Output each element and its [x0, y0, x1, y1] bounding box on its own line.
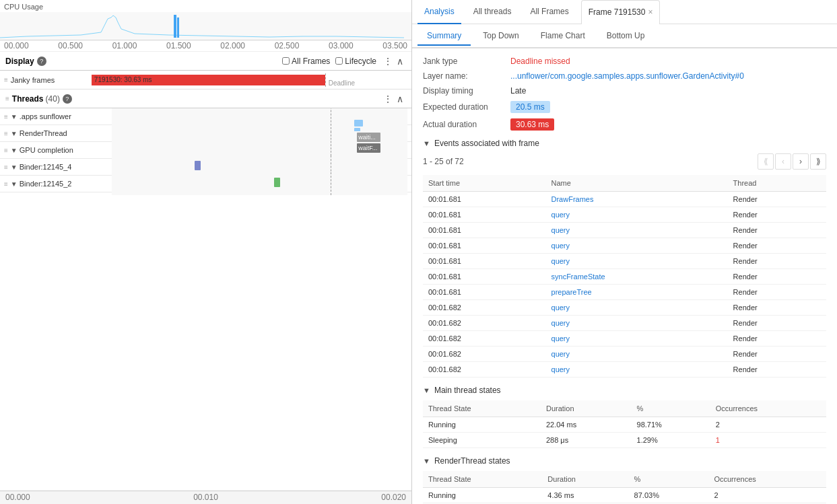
table-row[interactable]: 00:01.681syncFrameStateRender: [423, 269, 826, 285]
lifecycle-checkbox[interactable]: Lifecycle: [335, 57, 376, 66]
rth-col-duration: Duration: [542, 471, 628, 488]
mth-col-duration: Duration: [541, 400, 632, 417]
threads-title: Threads: [12, 94, 44, 104]
tab-frame[interactable]: Frame 7191530 ×: [581, 0, 661, 24]
table-row: Running4.36 ms87.03%2: [423, 488, 826, 503]
render-thread-table: Thread State Duration % Occurrences Runn…: [423, 471, 826, 503]
svg-rect-0: [174, 15, 176, 38]
binder2-timeline[interactable]: [112, 172, 407, 195]
table-row[interactable]: 00:01.682queryRender: [423, 331, 826, 347]
events-section-arrow[interactable]: ▼: [423, 139, 430, 147]
expand-arrow[interactable]: ▼: [11, 113, 18, 120]
actual-duration-label: Actual duration: [423, 120, 510, 129]
events-table: Start time Name Thread 00:01.681DrawFram…: [423, 175, 826, 377]
left-panel: CPU Usage 00.000 00.500 01.000 01.500 02…: [0, 0, 412, 504]
page-first-btn[interactable]: ⟪: [758, 153, 774, 170]
threads-count: (40): [46, 94, 60, 104]
tab-all-frames[interactable]: All Frames: [523, 0, 575, 24]
row-handle: ≡: [4, 76, 8, 83]
analysis-tabs-bar: Analysis All threads All Frames Frame 71…: [412, 0, 837, 24]
cpu-chart: [0, 12, 411, 39]
expected-duration-bar: 20.5 ms: [510, 101, 550, 113]
table-row[interactable]: 00:01.682queryRender: [423, 347, 826, 362]
display-bar: Display ? All Frames Lifecycle ⋮ ∧: [0, 52, 411, 71]
mth-col-state: Thread State: [423, 400, 541, 417]
table-row: Running22.04 ms98.71%2: [423, 417, 826, 433]
mth-col-occ: Occurrences: [710, 400, 826, 417]
display-timing-row: Display timing Late: [423, 86, 826, 96]
all-frames-checkbox[interactable]: All Frames: [282, 57, 330, 66]
table-row[interactable]: 00:01.681queryRender: [423, 223, 826, 238]
collapse-icon[interactable]: ∧: [394, 55, 406, 67]
page-next-btn[interactable]: ›: [793, 153, 809, 170]
main-thread-states-header: ▼ Main thread states: [423, 386, 826, 395]
threads-help-icon[interactable]: ?: [63, 94, 72, 104]
layer-name-value[interactable]: ...unflower/com.google.samples.apps.sunf…: [510, 71, 744, 81]
subtab-bottomup[interactable]: Bottom Up: [597, 27, 655, 46]
actual-duration-row: Actual duration 30.63 ms: [423, 118, 826, 131]
col-start-time: Start time: [423, 175, 546, 192]
subtab-flamechart[interactable]: Flame Chart: [531, 27, 595, 46]
display-timing-value: Late: [510, 86, 526, 96]
analysis-content: Jank type Deadline missed Layer name: ..…: [412, 48, 837, 504]
janky-label: Janky frames: [11, 76, 92, 84]
table-row[interactable]: 00:01.682queryRender: [423, 300, 826, 316]
threads-collapse-icon[interactable]: ∧: [394, 93, 406, 105]
table-row: Sleeping288 μs1.29%1: [423, 433, 826, 448]
janky-bar-container: 7191530: 30.63 ms Deadline: [92, 73, 407, 87]
tab-all-threads[interactable]: All threads: [467, 0, 518, 24]
expected-duration-row: Expected duration 20.5 ms: [423, 101, 826, 113]
thread-name-area: ≡ ▼ .apps sunflower: [4, 112, 112, 120]
display-help-icon[interactable]: ?: [37, 57, 46, 66]
subtab-topdown[interactable]: Top Down: [473, 27, 528, 46]
frame-tab-close[interactable]: ×: [648, 7, 652, 17]
gpu-label: GPU completion: [20, 146, 73, 154]
bottom-ruler: 00.000 00.010 00.020: [0, 491, 411, 504]
threads-more-icon[interactable]: ⋮: [382, 93, 394, 105]
table-row[interactable]: 00:01.682queryRender: [423, 362, 826, 377]
subtab-summary[interactable]: Summary: [417, 27, 471, 46]
pagination-label: 1 - 25 of 72: [423, 157, 464, 166]
events-pagination: 1 - 25 of 72 ⟪ ‹ › ⟫: [423, 153, 826, 170]
actual-duration-value: 30.63 ms: [510, 118, 554, 131]
threads-handle: ≡: [5, 95, 9, 102]
tab-analysis[interactable]: Analysis: [417, 0, 461, 24]
display-title: Display: [5, 57, 34, 66]
binder4-label: Binder:12145_4: [20, 163, 72, 171]
main-thread-arrow[interactable]: ▼: [423, 386, 430, 394]
pagination-btns: ⟪ ‹ › ⟫: [758, 153, 826, 170]
page-last-btn[interactable]: ⟫: [810, 153, 826, 170]
janky-bar[interactable]: 7191530: 30.63 ms: [92, 75, 325, 85]
thread-name-label: .apps sunflower: [20, 112, 71, 120]
mth-col-pct: %: [632, 400, 710, 417]
expand-arrow[interactable]: ▼: [11, 180, 18, 188]
table-row[interactable]: 00:01.681queryRender: [423, 254, 826, 269]
expand-arrow[interactable]: ▼: [11, 147, 18, 154]
table-row[interactable]: 00:01.681queryRender: [423, 207, 826, 223]
expand-arrow[interactable]: ▼: [11, 130, 18, 137]
cpu-usage-section: CPU Usage: [0, 0, 411, 40]
main-thread-table: Thread State Duration % Occurrences Runn…: [423, 400, 826, 448]
render-thread-arrow[interactable]: ▼: [423, 457, 430, 465]
expand-arrow[interactable]: ▼: [11, 164, 18, 171]
table-row[interactable]: 00:01.681DrawFramesRender: [423, 192, 826, 207]
janky-bar-text: 7191530: 30.63 ms: [94, 76, 152, 83]
render-thread-states-header: ▼ RenderThread states: [423, 456, 826, 466]
table-row[interactable]: 00:01.681prepareTreeRender: [423, 285, 826, 300]
render-thread-label: RenderThread states: [434, 456, 510, 466]
binder2-label: Binder:12145_2: [20, 180, 72, 188]
table-row[interactable]: 00:01.681queryRender: [423, 238, 826, 254]
page-prev-btn[interactable]: ‹: [775, 153, 791, 170]
svg-rect-1: [177, 17, 179, 38]
layer-name-label: Layer name:: [423, 71, 510, 81]
right-panel: Analysis All threads All Frames Frame 71…: [412, 0, 837, 504]
threads-list[interactable]: ≡ ▼ .apps sunflower Choreographer#doFram…: [0, 108, 411, 491]
table-row[interactable]: 00:01.682queryRender: [423, 316, 826, 331]
layer-name-row: Layer name: ...unflower/com.google.sampl…: [423, 71, 826, 81]
display-timing-label: Display timing: [423, 86, 510, 96]
events-section-label: Events associated with frame: [434, 139, 539, 148]
rth-col-pct: %: [629, 471, 709, 488]
expected-duration-label: Expected duration: [423, 102, 510, 112]
expected-duration-value: 20.5 ms: [510, 101, 550, 113]
more-options-icon[interactable]: ⋮: [382, 55, 394, 67]
